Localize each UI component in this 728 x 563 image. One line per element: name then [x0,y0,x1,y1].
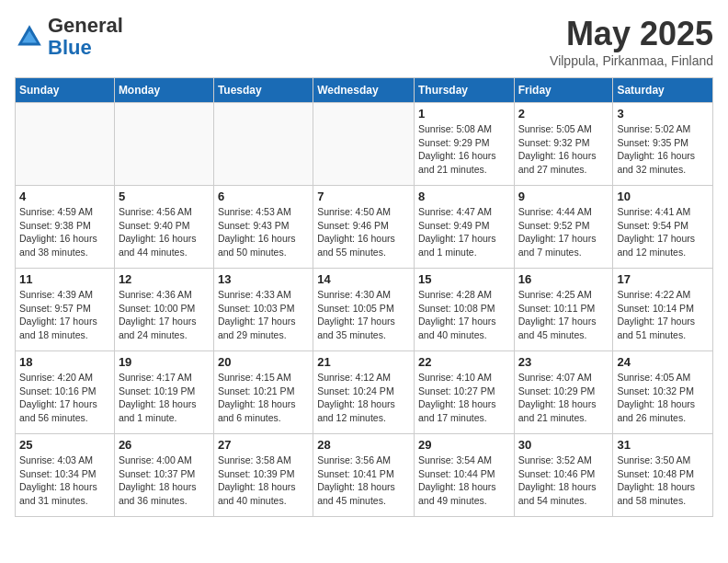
page-header: General Blue May 2025 Vilppula, Pirkanma… [15,15,713,68]
day-number: 18 [19,355,110,369]
day-number: 10 [617,190,709,203]
day-cell: 2Sunrise: 5:05 AM Sunset: 9:32 PM Daylig… [514,103,613,186]
week-row-2: 11Sunrise: 4:39 AM Sunset: 9:57 PM Dayli… [16,269,713,351]
day-info: Sunrise: 5:08 AM Sunset: 9:29 PM Dayligh… [418,122,510,177]
title-block: May 2025 Vilppula, Pirkanmaa, Finland [550,15,713,68]
day-info: Sunrise: 4:05 AM Sunset: 10:32 PM Daylig… [617,371,709,425]
day-cell: 8Sunrise: 4:47 AM Sunset: 9:49 PM Daylig… [414,186,514,269]
day-info: Sunrise: 4:44 AM Sunset: 9:52 PM Dayligh… [518,205,609,259]
day-number: 16 [518,272,609,286]
day-number: 28 [317,438,410,452]
day-cell: 14Sunrise: 4:30 AM Sunset: 10:05 PM Dayl… [313,269,415,351]
day-cell: 25Sunrise: 4:03 AM Sunset: 10:34 PM Dayl… [16,434,115,517]
day-number: 29 [418,438,510,452]
day-cell: 30Sunrise: 3:52 AM Sunset: 10:46 PM Dayl… [514,434,613,517]
day-cell: 9Sunrise: 4:44 AM Sunset: 9:52 PM Daylig… [514,186,613,269]
day-number: 4 [19,190,110,203]
day-number: 31 [617,438,709,452]
day-number: 21 [317,355,410,369]
day-cell [16,103,115,186]
week-row-3: 18Sunrise: 4:20 AM Sunset: 10:16 PM Dayl… [16,351,713,434]
calendar-body: 1Sunrise: 5:08 AM Sunset: 9:29 PM Daylig… [16,103,713,517]
day-info: Sunrise: 4:15 AM Sunset: 10:21 PM Daylig… [218,371,309,425]
day-number: 17 [617,272,709,286]
day-number: 5 [119,190,210,203]
day-cell: 18Sunrise: 4:20 AM Sunset: 10:16 PM Dayl… [16,351,115,434]
day-cell: 22Sunrise: 4:10 AM Sunset: 10:27 PM Dayl… [414,351,514,434]
logo-blue: Blue [48,36,92,59]
location-subtitle: Vilppula, Pirkanmaa, Finland [550,53,713,68]
week-row-4: 25Sunrise: 4:03 AM Sunset: 10:34 PM Dayl… [16,434,713,517]
calendar-header: SundayMondayTuesdayWednesdayThursdayFrid… [16,78,713,103]
day-cell: 20Sunrise: 4:15 AM Sunset: 10:21 PM Dayl… [213,351,313,434]
day-info: Sunrise: 4:00 AM Sunset: 10:37 PM Daylig… [119,454,210,508]
day-cell: 21Sunrise: 4:12 AM Sunset: 10:24 PM Dayl… [313,351,415,434]
day-number: 8 [418,190,510,203]
day-cell: 13Sunrise: 4:33 AM Sunset: 10:03 PM Dayl… [213,269,313,351]
day-number: 2 [518,107,609,121]
header-row: SundayMondayTuesdayWednesdayThursdayFrid… [16,78,713,103]
day-number: 20 [218,355,309,369]
day-number: 11 [19,272,110,286]
day-info: Sunrise: 4:50 AM Sunset: 9:46 PM Dayligh… [317,205,410,259]
day-number: 24 [617,355,709,369]
day-info: Sunrise: 3:58 AM Sunset: 10:39 PM Daylig… [218,454,309,508]
day-cell: 4Sunrise: 4:59 AM Sunset: 9:38 PM Daylig… [16,186,115,269]
day-cell: 27Sunrise: 3:58 AM Sunset: 10:39 PM Dayl… [213,434,313,517]
day-info: Sunrise: 4:07 AM Sunset: 10:29 PM Daylig… [518,371,609,425]
logo-text: General Blue [48,15,123,59]
day-cell [313,103,415,186]
header-cell-tuesday: Tuesday [213,78,313,103]
day-number: 1 [418,107,510,121]
day-info: Sunrise: 5:02 AM Sunset: 9:35 PM Dayligh… [617,122,709,177]
day-info: Sunrise: 4:17 AM Sunset: 10:19 PM Daylig… [119,371,210,425]
day-info: Sunrise: 4:12 AM Sunset: 10:24 PM Daylig… [317,371,410,425]
day-cell: 15Sunrise: 4:28 AM Sunset: 10:08 PM Dayl… [414,269,514,351]
day-info: Sunrise: 4:33 AM Sunset: 10:03 PM Daylig… [218,288,309,342]
header-cell-friday: Friday [514,78,613,103]
week-row-0: 1Sunrise: 5:08 AM Sunset: 9:29 PM Daylig… [16,103,713,186]
day-cell: 19Sunrise: 4:17 AM Sunset: 10:19 PM Dayl… [114,351,213,434]
day-number: 25 [19,438,110,452]
day-cell: 24Sunrise: 4:05 AM Sunset: 10:32 PM Dayl… [613,351,713,434]
logo-icon [15,22,44,52]
day-info: Sunrise: 4:56 AM Sunset: 9:40 PM Dayligh… [119,205,210,259]
day-number: 26 [119,438,210,452]
day-info: Sunrise: 5:05 AM Sunset: 9:32 PM Dayligh… [518,122,609,177]
day-number: 9 [518,190,609,203]
day-cell: 16Sunrise: 4:25 AM Sunset: 10:11 PM Dayl… [514,269,613,351]
day-number: 15 [418,272,510,286]
day-info: Sunrise: 4:53 AM Sunset: 9:43 PM Dayligh… [218,205,309,259]
day-info: Sunrise: 3:56 AM Sunset: 10:41 PM Daylig… [317,454,410,508]
day-number: 27 [218,438,309,452]
day-info: Sunrise: 4:10 AM Sunset: 10:27 PM Daylig… [418,371,510,425]
day-cell: 29Sunrise: 3:54 AM Sunset: 10:44 PM Dayl… [414,434,514,517]
day-info: Sunrise: 4:47 AM Sunset: 9:49 PM Dayligh… [418,205,510,259]
logo-general: General [48,14,123,37]
day-info: Sunrise: 4:30 AM Sunset: 10:05 PM Daylig… [317,288,410,342]
header-cell-sunday: Sunday [16,78,115,103]
day-number: 22 [418,355,510,369]
day-cell: 11Sunrise: 4:39 AM Sunset: 9:57 PM Dayli… [16,269,115,351]
day-info: Sunrise: 3:54 AM Sunset: 10:44 PM Daylig… [418,454,510,508]
day-number: 30 [518,438,609,452]
day-cell: 23Sunrise: 4:07 AM Sunset: 10:29 PM Dayl… [514,351,613,434]
day-number: 7 [317,190,410,203]
day-number: 14 [317,272,410,286]
day-info: Sunrise: 3:52 AM Sunset: 10:46 PM Daylig… [518,454,609,508]
header-cell-thursday: Thursday [414,78,514,103]
day-info: Sunrise: 4:03 AM Sunset: 10:34 PM Daylig… [19,454,110,508]
day-cell [114,103,213,186]
day-number: 13 [218,272,309,286]
day-number: 6 [218,190,309,203]
day-info: Sunrise: 4:22 AM Sunset: 10:14 PM Daylig… [617,288,709,342]
day-number: 12 [119,272,210,286]
day-cell: 10Sunrise: 4:41 AM Sunset: 9:54 PM Dayli… [613,186,713,269]
day-cell: 3Sunrise: 5:02 AM Sunset: 9:35 PM Daylig… [613,103,713,186]
day-info: Sunrise: 3:50 AM Sunset: 10:48 PM Daylig… [617,454,709,508]
day-number: 19 [119,355,210,369]
day-info: Sunrise: 4:39 AM Sunset: 9:57 PM Dayligh… [19,288,110,342]
header-cell-saturday: Saturday [613,78,713,103]
logo: General Blue [15,15,123,59]
day-cell: 17Sunrise: 4:22 AM Sunset: 10:14 PM Dayl… [613,269,713,351]
